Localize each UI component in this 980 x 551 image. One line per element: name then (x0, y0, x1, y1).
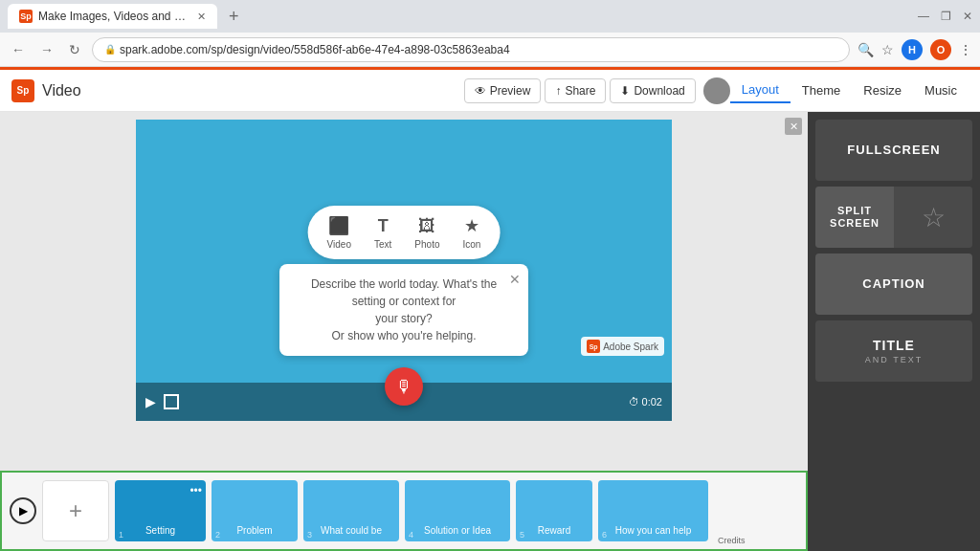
timeline-play-btn[interactable]: ▶ (10, 497, 36, 524)
url-input[interactable]: 🔒 spark.adobe.com/sp/design/video/558d58… (92, 37, 850, 62)
and-text-label: AND TEXT (865, 355, 923, 364)
right-panel: FULLSCREEN SPLIT SCREEN ☆ CAPTION TITLE … (808, 112, 980, 551)
split-left: SPLIT SCREEN (815, 187, 894, 248)
preview-btn[interactable]: 👁 Preview (464, 78, 542, 103)
canvas-area: ✕ ⬛ Video T Text 🖼 Photo (0, 112, 808, 471)
tab-title: Make Images, Videos and Web S… (38, 10, 191, 23)
share-btn[interactable]: ↑ Share (545, 78, 606, 103)
app-header: Sp Video 👁 Preview ↑ Share ⬇ Download La… (0, 70, 980, 112)
refresh-btn[interactable]: ↻ (65, 40, 84, 59)
tab-favicon: Sp (19, 10, 33, 23)
tab-close-btn[interactable]: ✕ (197, 11, 206, 23)
slide-4[interactable]: Solution or Idea 4 (405, 480, 510, 541)
panel-close-btn[interactable]: ✕ (785, 118, 802, 135)
star-placeholder-icon: ☆ (922, 202, 946, 233)
browser-action-icons: 🔍 ☆ H O ⋮ (858, 39, 972, 60)
split-right: ☆ (894, 187, 972, 248)
tooltip-line2: your story? (375, 312, 432, 325)
tab-theme[interactable]: Theme (791, 78, 852, 102)
canvas-column: ✕ ⬛ Video T Text 🖼 Photo (0, 112, 808, 551)
clock-icon: ⏱ (629, 396, 639, 408)
slide-6[interactable]: How you can help 6 (598, 480, 708, 541)
user-avatar[interactable] (703, 77, 730, 104)
close-btn[interactable]: ✕ (963, 10, 972, 23)
lock-icon: 🔒 (104, 44, 116, 55)
slide-2-num: 2 (215, 530, 220, 540)
slide-6-label: How you can help (615, 525, 692, 536)
slide-1-num: 1 (119, 530, 123, 540)
toolbar-video[interactable]: ⬛ Video (327, 215, 351, 250)
menu-icon[interactable]: ⋮ (959, 42, 972, 57)
tab-resize[interactable]: Resize (852, 78, 913, 102)
slide-1-label: Setting (145, 525, 175, 536)
plus-icon: + (69, 497, 82, 524)
minimize-btn[interactable]: — (918, 10, 929, 23)
slide-3-num: 3 (307, 530, 312, 540)
text-icon: T (378, 216, 389, 236)
caption-label: CAPTION (862, 276, 925, 292)
credits-label: Credits (714, 536, 749, 549)
back-btn[interactable]: ← (8, 40, 29, 59)
tooltip-close-btn[interactable]: ✕ (509, 270, 521, 290)
url-text: spark.adobe.com/sp/design/video/558d586f… (120, 43, 510, 56)
tooltip-box: ✕ Describe the world today. What's the s… (279, 264, 528, 356)
layout-split-screen[interactable]: SPLIT SCREEN ☆ (815, 187, 972, 248)
mic-btn[interactable]: 🎙 (385, 367, 423, 406)
toolbar-photo[interactable]: 🖼 Photo (414, 216, 439, 250)
slide-5[interactable]: Reward 5 (516, 480, 592, 541)
video-preview: ⬛ Video T Text 🖼 Photo ★ Icon (136, 120, 672, 421)
search-icon[interactable]: 🔍 (858, 42, 874, 57)
spark-badge: Sp Adobe Spark (581, 337, 664, 356)
address-bar: ← → ↻ 🔒 spark.adobe.com/sp/design/video/… (0, 33, 980, 67)
header-actions: 👁 Preview ↑ Share ⬇ Download (464, 77, 730, 104)
slide-options-icon[interactable]: ••• (189, 484, 202, 497)
tab-music[interactable]: Music (913, 78, 969, 102)
toolbar-icon[interactable]: ★ Icon (462, 215, 480, 250)
share-icon: ↑ (555, 84, 561, 98)
timeline: ▶ + ••• Setting 1 Problem 2 What could b… (0, 471, 808, 551)
slide-2-label: Problem (236, 525, 272, 536)
toolbar-popup: ⬛ Video T Text 🖼 Photo ★ Icon (308, 206, 501, 259)
layout-title-text[interactable]: TITLE AND TEXT (815, 320, 972, 382)
star-icon[interactable]: ☆ (881, 42, 894, 57)
layout-fullscreen[interactable]: FULLSCREEN (815, 120, 972, 181)
play-btn[interactable]: ▶ (145, 394, 156, 409)
slide-3-label: What could be (321, 525, 382, 536)
browser-profile-h[interactable]: H (902, 39, 923, 60)
browser-profile-o[interactable]: O (930, 39, 951, 60)
tooltip-line1: Describe the world today. What's the set… (311, 277, 497, 308)
icon-icon: ★ (464, 215, 479, 236)
spark-badge-text: Adobe Spark (603, 342, 658, 352)
slide-6-num: 6 (602, 530, 607, 540)
time-display: 0:02 (642, 396, 662, 408)
slide-2[interactable]: Problem 2 (212, 480, 298, 541)
download-icon: ⬇ (620, 84, 630, 98)
share-label: Share (565, 84, 595, 98)
timeline-add-btn[interactable]: + (42, 480, 109, 541)
slide-5-num: 5 (520, 530, 524, 540)
sp-logo: Sp (11, 79, 34, 102)
layout-caption[interactable]: CAPTION (815, 253, 972, 315)
nav-tabs: Layout Theme Resize Music (730, 77, 969, 103)
stop-btn[interactable] (164, 394, 179, 409)
browser-titlebar: Sp Make Images, Videos and Web S… ✕ + — … (0, 0, 980, 33)
slide-4-label: Solution or Idea (424, 525, 491, 536)
video-time: ⏱ 0:02 (629, 396, 662, 408)
new-tab-btn[interactable]: + (225, 7, 243, 27)
fullscreen-label: FULLSCREEN (847, 143, 940, 158)
toolbar-text[interactable]: T Text (374, 216, 391, 250)
download-btn[interactable]: ⬇ Download (610, 78, 695, 103)
tab-layout[interactable]: Layout (730, 77, 791, 103)
slide-4-num: 4 (409, 530, 413, 540)
app-title: Video (42, 82, 81, 99)
title-label: TITLE (873, 338, 915, 353)
tooltip-line3: Or show who you're helping. (331, 329, 476, 342)
slide-1[interactable]: ••• Setting 1 (115, 480, 206, 541)
maximize-btn[interactable]: ❐ (941, 10, 951, 23)
slide-3[interactable]: What could be 3 (303, 480, 399, 541)
window-controls: — ❐ ✕ (918, 10, 972, 23)
forward-btn[interactable]: → (36, 40, 57, 59)
browser-tab[interactable]: Sp Make Images, Videos and Web S… ✕ (8, 4, 217, 29)
main-layout: ✕ ⬛ Video T Text 🖼 Photo (0, 112, 980, 551)
split-screen-label: SPLIT SCREEN (821, 205, 888, 230)
